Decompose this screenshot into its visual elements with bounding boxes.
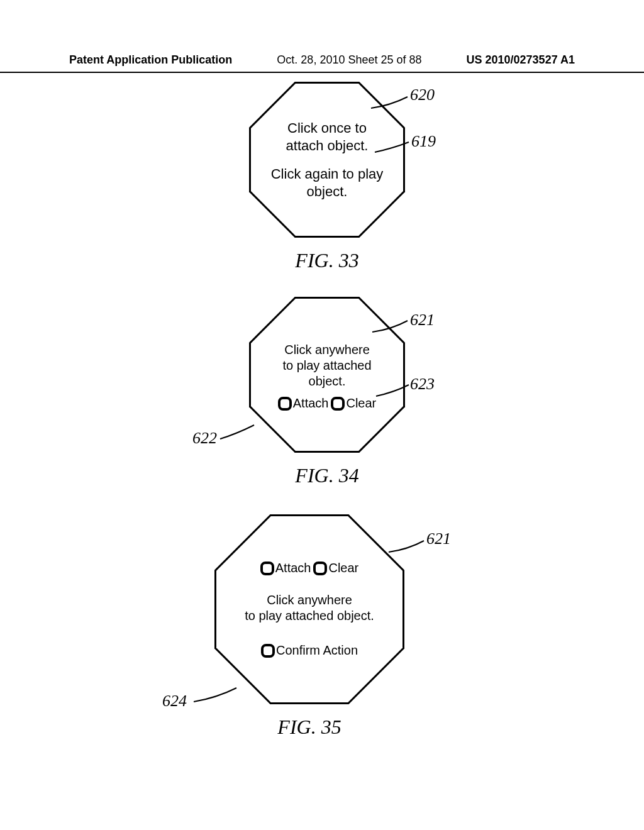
fig33-caption: FIG. 33 [164,249,491,272]
attach-label-34: Attach [293,396,329,411]
fig33-line3: Click again to play [271,165,384,183]
figure-35: Attach Clear Click anywhere to play atta… [146,514,473,739]
attach-icon [278,397,292,411]
octagon-35: Attach Clear Click anywhere to play atta… [214,514,404,704]
fig33-line2: attach object. [286,137,369,155]
svg-rect-3 [314,563,326,574]
ref-621-b: 621 [426,529,451,548]
fig34-button-row: Attach Clear [278,396,377,411]
confirm-icon [261,644,275,658]
clear-button-35[interactable]: Clear [313,560,358,576]
clear-icon [313,562,327,575]
svg-rect-1 [332,398,343,409]
header-publication: Patent Application Publication [69,53,232,67]
attach-button-34[interactable]: Attach [278,396,329,411]
svg-rect-4 [262,645,274,656]
fig34-line1: Click anywhere [282,342,371,358]
fig33-line4: object. [271,183,384,201]
fig34-instruction: Click anywhere to play attached object. [282,342,371,389]
confirm-label: Confirm Action [276,643,358,658]
clear-icon [331,397,345,411]
ref-622: 622 [192,429,217,448]
page-header: Patent Application Publication Oct. 28, … [0,53,644,73]
fig33-line1: Click once to [286,119,369,137]
fig35-button-row-bot: Confirm Action [261,643,358,658]
clear-button-34[interactable]: Clear [331,396,376,411]
svg-rect-0 [279,398,291,409]
header-pub-number: US 2010/0273527 A1 [467,53,575,67]
attach-label-35: Attach [275,560,311,576]
ref-624: 624 [162,692,187,711]
fig33-instruction-2: Click again to play object. [271,165,384,200]
clear-label-34: Clear [346,396,376,411]
attach-icon [260,562,274,575]
fig34-line2: to play attached [282,358,371,374]
svg-rect-2 [262,563,273,574]
figure-33: Click once to attach object. Click again… [164,82,491,272]
confirm-action-button[interactable]: Confirm Action [261,643,358,658]
fig35-instruction: Click anywhere to play attached object. [245,592,374,624]
ref-620: 620 [410,86,435,104]
ref-619: 619 [411,132,436,151]
ref-621-a: 621 [410,311,435,329]
fig33-instruction-1: Click once to attach object. [286,119,369,154]
clear-label-35: Clear [328,560,358,576]
attach-button-35[interactable]: Attach [260,560,311,576]
fig35-button-row-top: Attach Clear [260,560,359,576]
figure-34: Click anywhere to play attached object. … [164,297,491,487]
ref-623: 623 [410,375,435,394]
fig34-caption: FIG. 34 [164,464,491,487]
fig35-line1: Click anywhere [245,592,374,608]
fig35-line2: to play attached object. [245,608,374,624]
fig34-line3: object. [282,374,371,389]
header-sheet-info: Oct. 28, 2010 Sheet 25 of 88 [277,53,421,67]
fig35-caption: FIG. 35 [146,716,473,739]
